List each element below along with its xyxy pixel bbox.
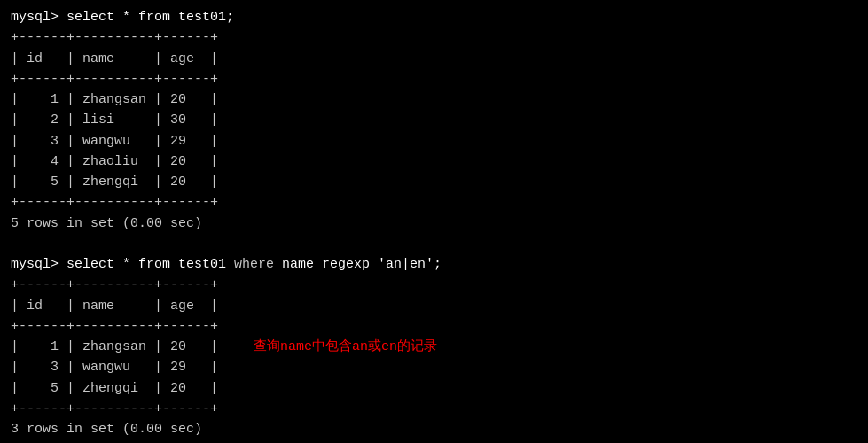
terminal-window: mysql> select * from test01; +------+---…: [11, 7, 857, 443]
table2-border-bottom: +------+----------+------+: [11, 399, 857, 419]
table2-row-2: | 3 | wangwu | 29 |: [11, 357, 857, 377]
blank-line-2: [11, 439, 857, 443]
blank-line-1: [11, 234, 857, 254]
command-line-2: mysql> select * from test01 where name r…: [11, 254, 857, 275]
table1-row-1: | 1 | zhangsan | 20 |: [11, 89, 857, 110]
table2-row-3: | 5 | zhengqi | 20 |: [11, 378, 857, 399]
table1-header: | id | name | age |: [11, 49, 857, 69]
table1-border-header: +------+----------+------+: [11, 69, 857, 89]
table2-row-1: | 1 | zhangsan | 20 |: [11, 337, 218, 357]
table2-header: | id | name | age |: [11, 296, 218, 316]
prompt-text-2: mysql> select * from test01 where name r…: [11, 257, 442, 272]
table2-header-row: | id | name | age |: [11, 296, 857, 316]
table1-row-5: | 5 | zhengqi | 20 |: [11, 172, 857, 192]
table1-rowcount: 5 rows in set (0.00 sec): [11, 214, 857, 234]
table2-border-top: +------+----------+------+: [11, 275, 857, 295]
table2-row-1-container: | 1 | zhangsan | 20 | 查询name中包含an或en的记录: [11, 337, 857, 357]
table1-border-top: +------+----------+------+: [11, 27, 857, 48]
table1-row-3: | 3 | wangwu | 29 |: [11, 131, 857, 152]
comment-annotation: 查询name中包含an或en的记录: [254, 337, 437, 357]
table1-row-2: | 2 | lisi | 30 |: [11, 110, 857, 130]
table2-rowcount: 3 rows in set (0.00 sec): [11, 419, 857, 439]
table2-border-header: +------+----------+------+: [11, 316, 857, 337]
command-line-1: mysql> select * from test01;: [11, 7, 857, 27]
table1-row-4: | 4 | zhaoliu | 20 |: [11, 152, 857, 172]
prompt-text-1: mysql> select * from test01;: [11, 10, 234, 25]
table1-border-bottom: +------+----------+------+: [11, 192, 857, 213]
